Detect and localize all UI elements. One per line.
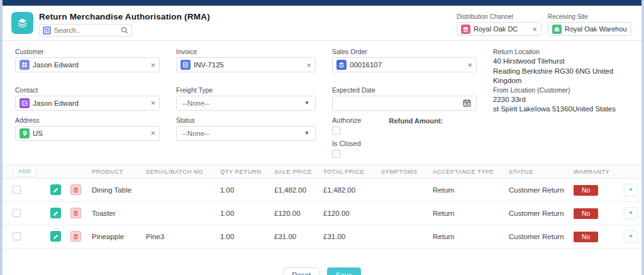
is-closed-checkbox[interactable] [332, 150, 340, 158]
from-location-line1: 2230 33rd [493, 95, 631, 105]
clear-customer-icon[interactable]: × [150, 61, 155, 69]
rma-form: Customer Jason Edward × Invoice INV-7125… [3, 41, 641, 163]
rma-app-icon [11, 12, 33, 34]
cell-acceptance-type: Return [433, 210, 509, 217]
expected-date-field[interactable] [332, 96, 477, 111]
search-box[interactable] [39, 24, 132, 36]
is-closed-label: Is Closed [332, 140, 361, 147]
cell-acceptance-type: Return [433, 186, 509, 194]
from-location-label: From Location (Customer) [493, 86, 631, 94]
table-row: Pineapple Pine3 1.00 £31.00 £31.00 Retur… [3, 225, 641, 249]
return-location-line2: Reading Berkshire RG30 6NG United Kingdo… [493, 67, 631, 86]
freight-type-value: --None-- [182, 99, 304, 107]
clear-contact-icon[interactable]: × [150, 99, 155, 107]
edit-icon[interactable] [50, 231, 61, 242]
sales-order-label: Sales Order [332, 48, 477, 55]
status-value: --None-- [182, 130, 304, 137]
col-header-warranty: WARRANTY [574, 168, 624, 175]
col-header-qty: QTY RETURN [220, 168, 274, 175]
layers-icon [16, 17, 28, 29]
contact-value: Jason Edward [33, 99, 147, 107]
delete-icon[interactable] [70, 208, 81, 218]
invoice-label: Invoice [176, 48, 316, 55]
save-button[interactable]: Save [327, 267, 361, 275]
return-location-label: Return Location [493, 48, 631, 55]
receiving-site-value: Royal Oak Warehouse [565, 25, 627, 33]
row-actions-chevron-icon[interactable]: ▼ [624, 230, 638, 243]
address-value: US [33, 130, 147, 137]
account-icon [19, 60, 30, 70]
add-line-button[interactable]: ADD [13, 166, 36, 177]
edit-icon[interactable] [50, 208, 61, 218]
expected-date-input[interactable] [338, 99, 463, 107]
row-select-checkbox[interactable] [13, 186, 21, 194]
cell-qty: 1.00 [220, 210, 274, 217]
edit-icon[interactable] [50, 184, 61, 195]
line-items-table: ADD PRODUCT SERIAL/BATCH NO QTY RETURN S… [3, 164, 641, 249]
table-header-row: ADD PRODUCT SERIAL/BATCH NO QTY RETURN S… [3, 164, 641, 179]
row-actions-chevron-icon[interactable]: ▼ [624, 184, 638, 196]
from-location-line2: st Spirit LakeIowa 51360United States [493, 104, 631, 115]
cell-acceptance-type: Return [433, 233, 509, 240]
clear-invoice-icon[interactable]: × [306, 61, 311, 69]
contact-label: Contact [15, 86, 160, 94]
cell-total-price: £31.00 [323, 233, 381, 240]
warranty-badge: No [574, 208, 598, 219]
top-navigation-bar [3, 0, 641, 6]
warranty-badge: No [574, 185, 598, 196]
reset-button[interactable]: Reset [283, 267, 319, 275]
cell-sale-price: £1,482.00 [274, 186, 323, 194]
cell-sale-price: £31.00 [274, 233, 323, 240]
authorize-checkbox[interactable] [332, 126, 340, 135]
col-header-sale-price: SALE PRICE [274, 168, 323, 175]
form-actions: Reset Save [3, 267, 641, 275]
col-header-product: PRODUCT [92, 168, 146, 175]
address-pill[interactable]: US × [15, 126, 160, 141]
invoice-icon [180, 60, 191, 70]
cell-total-price: £120.00 [323, 210, 381, 217]
cell-status: Customer Return [509, 233, 574, 240]
chevron-down-icon: ▼ [304, 130, 309, 136]
table-row: Dining Table 1.00 £1,482.00 £1,482.00 Re… [3, 179, 641, 202]
cell-serial: Pine3 [146, 233, 220, 240]
customer-pill[interactable]: Jason Edward × [15, 57, 160, 72]
cell-sale-price: £120.00 [274, 210, 323, 217]
receiving-site-icon [552, 25, 562, 34]
clear-sales-order-icon[interactable]: × [467, 61, 472, 69]
cell-product: Toaster [92, 210, 146, 217]
distribution-channel-icon [461, 25, 470, 34]
row-actions-chevron-icon[interactable]: ▼ [624, 207, 638, 220]
clear-distribution-channel-icon[interactable]: × [532, 25, 537, 33]
cell-product: Pineapple [92, 233, 146, 240]
table-row: Toaster 1.00 £120.00 £120.00 Return Cust… [3, 202, 641, 225]
page-header: Return Merchandise Authorisation (RMA) D… [3, 6, 641, 41]
search-object-icon [43, 26, 51, 35]
customer-label: Customer [15, 48, 160, 55]
col-header-symptoms: SYMPTOMS [381, 168, 433, 175]
contact-pill[interactable]: Jason Edward × [15, 96, 160, 111]
col-header-acceptance-type: ACCEPTANCE TYPE [433, 168, 509, 175]
delete-icon[interactable] [70, 184, 81, 195]
address-label: Address [15, 116, 160, 124]
row-select-checkbox[interactable] [13, 209, 21, 217]
status-label: Status [176, 116, 316, 124]
calendar-icon[interactable] [463, 99, 471, 107]
delete-icon[interactable] [70, 231, 81, 242]
cell-status: Customer Return [509, 210, 574, 217]
sales-order-pill[interactable]: 00016107 × [332, 57, 477, 72]
clear-address-icon[interactable]: × [150, 129, 155, 137]
invoice-pill[interactable]: INV-7125 × [176, 57, 316, 72]
customer-value: Jason Edward [33, 61, 147, 69]
distribution-channel-pill[interactable]: Royal Oak DC × [457, 22, 541, 36]
location-pin-icon [19, 128, 30, 138]
warranty-badge: No [574, 232, 598, 242]
search-icon[interactable] [121, 26, 128, 34]
rma-page: Return Merchandise Authorisation (RMA) D… [0, 0, 644, 275]
distribution-channel-label: Distribution Channel [457, 13, 541, 20]
status-select[interactable]: --None-- ▼ [176, 126, 316, 141]
row-select-checkbox[interactable] [13, 232, 21, 240]
search-input[interactable] [54, 26, 118, 34]
receiving-site-pill[interactable]: Royal Oak Warehouse [548, 22, 631, 36]
authorize-label: Authorize [332, 116, 361, 124]
freight-type-select[interactable]: --None-- ▼ [176, 96, 316, 111]
